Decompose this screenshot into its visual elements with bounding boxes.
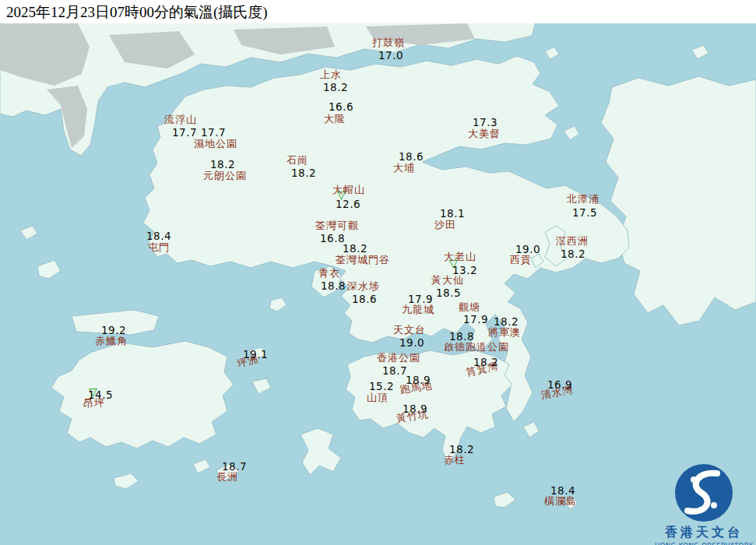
hko-logo-chinese: 香港天文台 (652, 525, 755, 541)
hong-kong-map (0, 0, 756, 545)
hko-logo-icon (673, 462, 734, 523)
hko-logo-english: HONG KONG OBSERVATORY (652, 542, 755, 545)
title-bar: 2025年12月23日07時00分的氣溫(攝氏度) (0, 0, 756, 23)
map-title: 2025年12月23日07時00分的氣溫(攝氏度) (6, 2, 268, 23)
hko-logo: 香港天文台 HONG KONG OBSERVATORY (652, 462, 755, 545)
temperature-map-screen: 2025年12月23日07時00分的氣溫(攝氏度) 打鼓嶺17.0上水18.2大… (0, 0, 756, 545)
